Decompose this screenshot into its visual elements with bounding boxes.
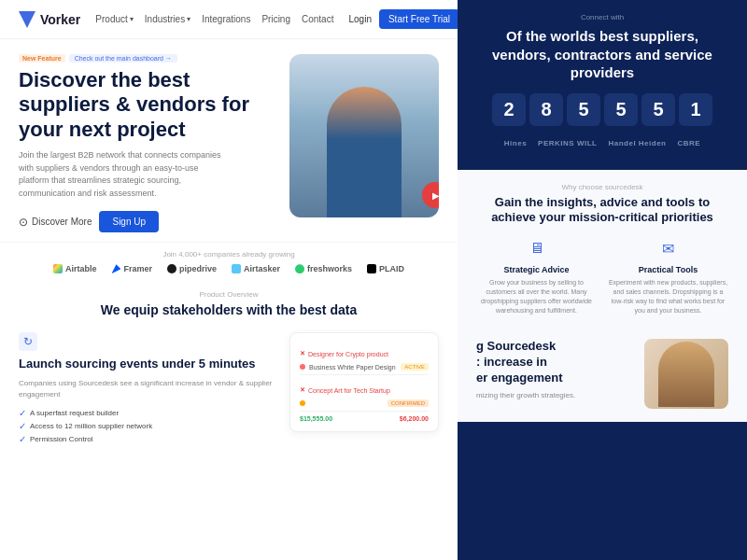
hero-badge: New Feature Check out the main dashboard… <box>19 54 280 63</box>
col-strategic: 🖥 Strategic Advice Grow your business by… <box>476 237 597 315</box>
nav-integrations[interactable]: Integrations <box>202 14 250 24</box>
col-practical: ✉ Practical Tools Experiment with new pr… <box>608 237 728 315</box>
hero-buttons: ⊙ Discover More Sign Up <box>19 211 280 232</box>
brand-perkins: PERKINS WILL <box>538 139 597 147</box>
brand-cbre: CBRE <box>678 139 701 147</box>
monitor-icon: 🖥 <box>529 240 544 257</box>
bottom-text: g Sourcedesk : increase in er engagement… <box>476 339 633 401</box>
card-item-1: Business White Paper Design ACTIVE <box>300 363 429 371</box>
card-item-left-2 <box>300 400 305 406</box>
logo-icon <box>19 11 35 28</box>
card-divider-2 <box>300 411 429 412</box>
chevron-down-icon: ▾ <box>187 15 190 23</box>
stat-num-2: 5 <box>578 99 588 119</box>
card-tag-2: ✕ Concept Art for Tech Startup <box>300 386 390 394</box>
right-panel: Connect with Of the worlds best supplier… <box>458 0 747 560</box>
card-footer: $15,555.00 $6,200.00 <box>300 415 429 422</box>
feature-card-container: ✕ Designer for Crypto product Business W… <box>289 332 439 447</box>
stat-box-0: 2 <box>492 93 526 126</box>
discover-button[interactable]: ⊙ Discover More <box>19 216 92 229</box>
hero-description: Join the largest B2B network that connec… <box>19 149 224 200</box>
list-item: ✓ A superfast request builder <box>19 408 275 418</box>
connect-label: Connect with <box>476 13 728 21</box>
status-dot-orange <box>300 400 305 406</box>
logos-section: Join 4,000+ companies already growing Ai… <box>0 242 458 281</box>
badge-check[interactable]: Check out the main dashboard → <box>69 54 177 63</box>
feature-title: Launch sourcing events under 5 minutes <box>19 357 275 372</box>
logo-airtasker: Airtasker <box>232 264 280 273</box>
right-middle: Why choose sourcedesk Gain the insights,… <box>458 170 747 340</box>
brand-handel: Handel Heiden <box>608 139 666 147</box>
mail-icon-container: ✉ <box>657 237 680 259</box>
logo-airtable: Airtable <box>53 264 97 273</box>
right-bottom: g Sourcedesk : increase in er engagement… <box>458 339 747 422</box>
hero-image: ▶ <box>289 54 439 217</box>
stat-box-4: 5 <box>641 93 675 126</box>
brand-hines: Hines <box>504 139 527 147</box>
status-dot-red <box>300 364 305 370</box>
nav-links: Product ▾ Industries ▾ Integrations Pric… <box>95 14 333 24</box>
hero-person-image <box>289 54 439 217</box>
feature-section: ↻ Launch sourcing events under 5 minutes… <box>0 323 458 456</box>
logos-row: Airtable Framer pipedrive Airtasker fres… <box>19 264 439 273</box>
card-tag-1: ✕ Designer for Crypto product <box>300 350 388 357</box>
person-silhouette <box>327 87 402 217</box>
card-item-left-1: Business White Paper Design <box>300 364 396 371</box>
right-top: Connect with Of the worlds best supplier… <box>458 0 747 170</box>
signup-button[interactable]: Sign Up <box>99 211 159 232</box>
logo[interactable]: Vorker <box>19 11 80 28</box>
bottom-person-image <box>644 339 728 409</box>
stat-box-1: 8 <box>529 93 563 126</box>
why-label: Why choose sourcedesk <box>476 183 728 191</box>
monitor-icon-container: 🖥 <box>526 237 548 259</box>
freshworks-icon <box>295 264 304 273</box>
x-icon: ✕ <box>300 386 305 394</box>
airtasker-icon <box>232 264 241 273</box>
strategic-title: Strategic Advice <box>476 265 597 274</box>
stat-box-2: 5 <box>567 93 600 126</box>
refresh-icon: ↻ <box>23 335 33 348</box>
chevron-down-icon: ▾ <box>130 15 134 23</box>
stat-num-5: 1 <box>690 99 700 119</box>
plaid-icon <box>367 264 376 273</box>
feature-description: Companies using Sourcedesk see a signifi… <box>19 378 275 400</box>
x-icon: ✕ <box>300 350 305 357</box>
airtable-icon <box>53 264 63 273</box>
bottom-title: g Sourcedesk : increase in er engagement <box>476 339 633 386</box>
check-icon: ✓ <box>19 421 26 431</box>
list-item: ✓ Permission Control <box>19 434 275 444</box>
product-overview: Product Overview We equip stakeholders w… <box>0 281 458 323</box>
nav-contact[interactable]: Contact <box>302 14 333 24</box>
check-icon: ✓ <box>19 434 26 444</box>
price-2: $6,200.00 <box>400 415 429 422</box>
logo-text: Vorker <box>40 12 80 27</box>
two-cols: 🖥 Strategic Advice Grow your business by… <box>476 237 728 315</box>
stat-box-5: 1 <box>679 93 712 126</box>
bottom-description: mizing their growth strategies. <box>476 390 633 401</box>
login-button[interactable]: Login <box>348 14 371 24</box>
stat-num-0: 2 <box>503 99 514 119</box>
stat-num-1: 8 <box>541 99 551 119</box>
feature-left: ↻ Launch sourcing events under 5 minutes… <box>19 332 275 447</box>
person2-silhouette <box>658 342 714 407</box>
nav-pricing[interactable]: Pricing <box>261 14 290 24</box>
badge-active: ACTIVE <box>401 363 429 371</box>
play-icon: ▶ <box>432 190 439 201</box>
stat-num-3: 5 <box>615 99 626 119</box>
nav-industries[interactable]: Industries ▾ <box>145 14 190 24</box>
nav-product[interactable]: Product ▾ <box>95 14 133 24</box>
logo-plaid: PLAID <box>367 264 404 273</box>
hero-section: New Feature Check out the main dashboard… <box>0 39 458 242</box>
trial-button[interactable]: Start Free Trial <box>379 9 458 29</box>
why-title: Gain the insights, advice and tools to a… <box>476 195 728 227</box>
logo-freshworks: freshworks <box>295 264 352 273</box>
badge-confirmed: CONFIRMED <box>388 399 429 407</box>
practical-title: Practical Tools <box>608 265 728 274</box>
right-headline: Of the worlds best suppliers, vendors, c… <box>476 27 728 82</box>
brand-logos: Hines PERKINS WILL Handel Heiden CBRE <box>476 139 728 159</box>
framer-icon <box>111 264 120 273</box>
feature-list: ✓ A superfast request builder ✓ Access t… <box>19 408 275 444</box>
badge-new: New Feature <box>19 54 65 63</box>
sourcing-card: ✕ Designer for Crypto product Business W… <box>289 332 439 432</box>
list-item: ✓ Access to 12 million supplier network <box>19 421 275 431</box>
